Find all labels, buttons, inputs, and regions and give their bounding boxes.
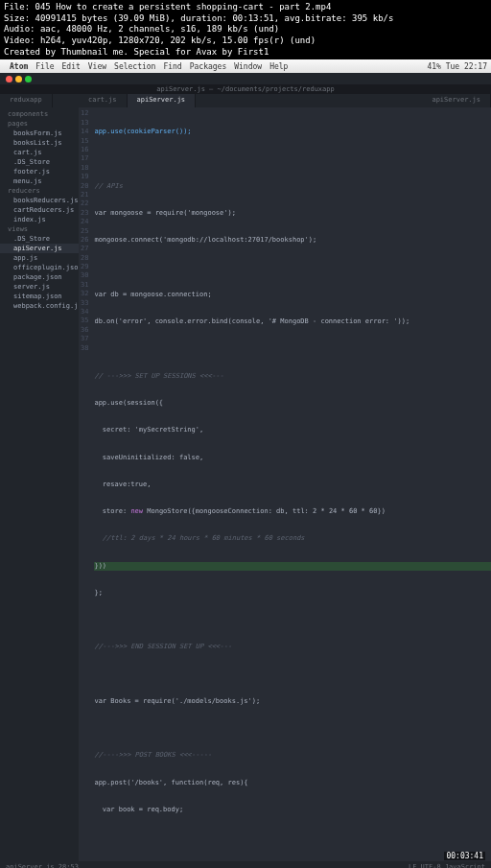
folder[interactable]: pages <box>0 119 79 129</box>
file[interactable]: cartReducers.js <box>0 205 79 215</box>
file[interactable]: menu.js <box>0 176 79 186</box>
file[interactable]: package.json <box>0 272 79 282</box>
status-bar: apiServer.js 28:53LF UTF-8 JavaScript 00… <box>0 861 491 868</box>
folder[interactable]: components <box>0 109 79 119</box>
file-active[interactable]: apiServer.js <box>0 244 79 253</box>
tab-apiserver[interactable]: apiServer.js <box>128 94 197 107</box>
file[interactable]: officeplugin.json <box>0 263 79 272</box>
file[interactable]: .DS_Store <box>0 234 79 244</box>
app-name[interactable]: Atom <box>10 62 28 71</box>
code-editor[interactable]: 1213141516171819202122232425262728293031… <box>79 107 491 861</box>
menu-view[interactable]: View <box>88 62 106 71</box>
file[interactable]: webpack.config.js <box>0 301 79 311</box>
macos-menubar[interactable]: Atom File Edit View Selection Find Packa… <box>0 59 491 73</box>
file[interactable]: .DS_Store <box>0 157 79 167</box>
menu-edit[interactable]: Edit <box>62 62 81 71</box>
file[interactable]: cart.js <box>0 148 79 157</box>
tab-right-pane[interactable]: apiServer.js <box>422 94 491 107</box>
file[interactable]: server.js <box>0 282 79 292</box>
folder[interactable]: reducers <box>0 186 79 196</box>
traffic-lights[interactable] <box>0 73 37 85</box>
file-tree[interactable]: components pages booksForm.js booksList.… <box>0 107 79 861</box>
menu-selection[interactable]: Selection <box>114 62 155 71</box>
file[interactable]: sitemap.json <box>0 292 79 301</box>
file[interactable]: booksList.js <box>0 138 79 148</box>
file[interactable]: booksReducers.js <box>0 196 79 205</box>
menu-file[interactable]: File <box>35 62 54 71</box>
menu-find[interactable]: Find <box>163 62 181 71</box>
timecode: 00:03:41 <box>444 852 485 860</box>
project-tab[interactable]: reduxapp <box>0 94 53 107</box>
menu-help[interactable]: Help <box>269 62 288 71</box>
tab-cart[interactable]: cart.js <box>79 94 128 107</box>
menubar-status: 41% Tue 22:17 <box>427 62 487 71</box>
window-title: apiServer.js — ~/documents/projects/redu… <box>0 84 491 94</box>
file[interactable]: app.js <box>0 253 79 263</box>
menu-packages[interactable]: Packages <box>190 62 227 71</box>
menu-window[interactable]: Window <box>234 62 262 71</box>
video-file-info: File: 045 How to create a persistent sho… <box>0 0 491 59</box>
file[interactable]: booksForm.js <box>0 129 79 138</box>
file[interactable]: index.js <box>0 215 79 224</box>
atom-window-1: apiServer.js — ~/documents/projects/redu… <box>0 73 491 868</box>
code-content[interactable]: app.use(cookieParser()); // APIs var mon… <box>94 107 491 861</box>
folder[interactable]: views <box>0 224 79 234</box>
file[interactable]: footer.js <box>0 167 79 176</box>
line-gutter: 1213141516171819202122232425262728293031… <box>79 107 94 861</box>
